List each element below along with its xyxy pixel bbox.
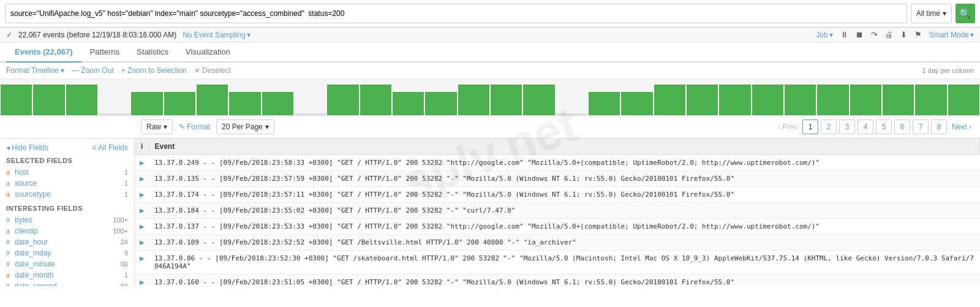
bar-21[interactable]: [654, 85, 685, 115]
expand-cell-2[interactable]: ▶: [135, 187, 149, 203]
zoom-selection-button[interactable]: + Zoom to Selection: [121, 66, 187, 75]
bar-2[interactable]: [33, 85, 64, 115]
field-date-mday[interactable]: # date_mday 9: [6, 248, 128, 259]
table-row: ▶ 13.37.0.249 - - [09/Feb/2018:23:58:33 …: [135, 155, 980, 171]
expand-icon-1[interactable]: ▶: [140, 175, 145, 182]
bar-6[interactable]: [164, 92, 195, 115]
expand-icon-6[interactable]: ▶: [140, 255, 145, 262]
page-5-button[interactable]: 5: [876, 119, 892, 134]
bar-12[interactable]: [360, 85, 391, 115]
tab-events[interactable]: Events (22,067): [6, 42, 81, 63]
event-text-0: 13.37.0.249 - - [09/Feb/2018:23:58:33 +0…: [154, 159, 820, 167]
page-3-button[interactable]: 3: [839, 119, 855, 134]
expand-icon-2[interactable]: ▶: [140, 191, 145, 198]
bar-27[interactable]: [850, 85, 881, 115]
bar-8[interactable]: [229, 92, 260, 115]
event-text-7: 13.37.0.160 - - [09/Feb/2018:23:51:05 +0…: [154, 278, 734, 286]
search-button[interactable]: 🔍: [956, 4, 975, 23]
field-sourcetype-count: 1: [124, 191, 128, 198]
per-page-button[interactable]: 20 Per Page ▾: [216, 119, 274, 134]
field-host[interactable]: a host 1: [6, 167, 128, 178]
page-8-button[interactable]: 8: [931, 119, 947, 134]
bar-18[interactable]: [556, 113, 587, 115]
field-date-minute[interactable]: # date_minute 60: [6, 259, 128, 270]
bar-11[interactable]: [327, 85, 358, 115]
all-fields-button[interactable]: ≡ All Fields: [92, 143, 128, 152]
zoom-out-button[interactable]: — Zoom Out: [72, 66, 114, 75]
field-date-second-count: 60: [121, 282, 128, 286]
bar-22[interactable]: [687, 85, 718, 115]
bar-24[interactable]: [752, 85, 783, 115]
bar-26[interactable]: [817, 85, 848, 115]
time-picker[interactable]: All time ▾: [911, 4, 952, 23]
page-7-button[interactable]: 7: [913, 119, 929, 134]
bar-3[interactable]: [66, 85, 97, 115]
raw-button[interactable]: Raw ▾: [141, 119, 173, 134]
expand-icon-4[interactable]: ▶: [140, 223, 145, 230]
search-input[interactable]: [5, 4, 907, 23]
format-label: Format: [187, 123, 210, 131]
format-timeline-button[interactable]: Format Timeline ▾: [6, 66, 64, 75]
print-button[interactable]: 🖨: [885, 30, 893, 39]
bar-19[interactable]: [589, 92, 620, 115]
page-4-button[interactable]: 4: [858, 119, 873, 134]
bar-10[interactable]: [295, 113, 326, 115]
stop-button[interactable]: ⏹: [856, 30, 864, 39]
page-6-button[interactable]: 6: [894, 119, 910, 134]
field-date-second[interactable]: # date_second 60: [6, 281, 128, 286]
export-button[interactable]: ⬇: [900, 30, 907, 39]
next-button[interactable]: Next ›: [949, 123, 974, 131]
bar-16[interactable]: [491, 85, 522, 115]
bar-25[interactable]: [785, 85, 816, 115]
expand-cell-4[interactable]: ▶: [135, 219, 149, 235]
bar-29[interactable]: [915, 85, 946, 115]
bar-14[interactable]: [425, 92, 456, 115]
tab-visualization[interactable]: Visualization: [177, 42, 239, 63]
deselect-button[interactable]: ✕ Deselect: [194, 66, 231, 75]
raw-label: Raw: [146, 123, 161, 131]
bar-30[interactable]: [948, 85, 979, 115]
bar-20[interactable]: [621, 92, 652, 115]
field-clientip[interactable]: a clientip 100+: [6, 226, 128, 237]
bar-17[interactable]: [523, 85, 554, 115]
expand-cell-7[interactable]: ▶: [135, 275, 149, 287]
field-bytes[interactable]: # bytes 100+: [6, 214, 128, 226]
pause-button[interactable]: ⏸: [840, 30, 848, 39]
bar-9[interactable]: [262, 92, 293, 115]
sampling-button[interactable]: No Event Sampling ▾: [183, 31, 251, 39]
event-text-1: 13.37.0.135 - - [09/Feb/2018:23:57:59 +0…: [154, 175, 734, 183]
job-button[interactable]: Job ▾: [816, 31, 832, 39]
refresh-button[interactable]: ↷: [871, 30, 878, 39]
expand-icon-3[interactable]: ▶: [140, 207, 145, 214]
expand-cell-0[interactable]: ▶: [135, 155, 149, 171]
tab-patterns[interactable]: Patterns: [81, 42, 128, 63]
expand-cell-5[interactable]: ▶: [135, 235, 149, 251]
table-row: ▶ 13.37.0.174 - - [09/Feb/2018:23:57:11 …: [135, 187, 980, 203]
bar-4[interactable]: [99, 113, 130, 115]
prev-button[interactable]: ‹ Prev: [775, 123, 800, 131]
expand-cell-1[interactable]: ▶: [135, 171, 149, 187]
field-date-month[interactable]: a date_month 1: [6, 270, 128, 281]
bar-28[interactable]: [883, 85, 914, 115]
page-2-button[interactable]: 2: [821, 119, 837, 134]
expand-icon-7[interactable]: ▶: [140, 279, 145, 286]
smart-mode-button[interactable]: Smart Mode ▾: [929, 31, 974, 39]
bar-1[interactable]: [1, 85, 32, 115]
tab-statistics[interactable]: Statistics: [128, 42, 177, 63]
field-clientip-type: a: [6, 227, 12, 235]
field-sourcetype[interactable]: a sourcetype 1: [6, 189, 128, 200]
field-source[interactable]: a source 1: [6, 178, 128, 189]
bar-5[interactable]: [131, 92, 162, 115]
expand-cell-3[interactable]: ▶: [135, 203, 149, 219]
expand-icon-0[interactable]: ▶: [140, 159, 145, 166]
format-button[interactable]: ✎ Format: [179, 123, 210, 131]
expand-icon-5[interactable]: ▶: [140, 239, 145, 246]
bar-13[interactable]: [393, 92, 424, 115]
field-date-hour[interactable]: # date_hour 24: [6, 237, 128, 248]
bar-7[interactable]: [197, 85, 228, 115]
bar-15[interactable]: [458, 85, 489, 115]
page-1-button[interactable]: 1: [802, 119, 818, 134]
hide-fields-button[interactable]: ◂ Hide Fields: [6, 143, 48, 152]
expand-cell-6[interactable]: ▶: [135, 251, 149, 275]
bar-23[interactable]: [719, 85, 750, 115]
